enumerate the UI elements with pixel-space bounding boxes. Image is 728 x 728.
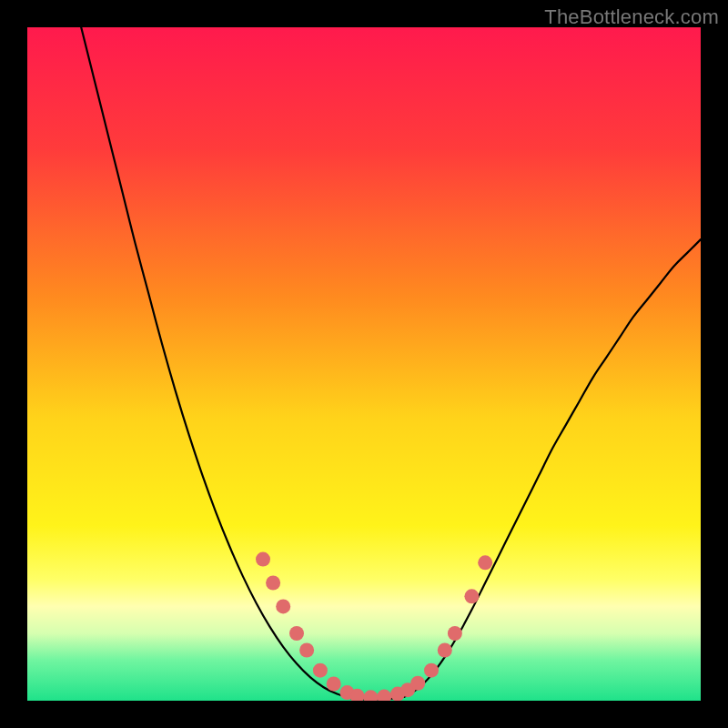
marker-point (363, 690, 378, 701)
marker-point (377, 690, 391, 701)
marker-point (256, 552, 270, 567)
marker-point (410, 676, 425, 691)
marker-point (266, 576, 280, 591)
marker-point (313, 663, 328, 678)
chart-frame: TheBottleneck.com (0, 0, 728, 728)
marker-point (438, 643, 452, 658)
marker-point (478, 555, 492, 570)
marker-point (327, 677, 341, 692)
curve-layer (27, 27, 701, 701)
marker-point (289, 626, 304, 641)
marker-point (299, 643, 314, 658)
marker-point (276, 599, 290, 613)
series-right-curve (404, 239, 701, 696)
plot-area (27, 27, 701, 701)
marker-point (464, 589, 479, 603)
marker-point (448, 626, 462, 641)
marker-point (424, 663, 439, 678)
series-left-curve (81, 27, 350, 698)
watermark-text: TheBottleneck.com (544, 5, 719, 29)
